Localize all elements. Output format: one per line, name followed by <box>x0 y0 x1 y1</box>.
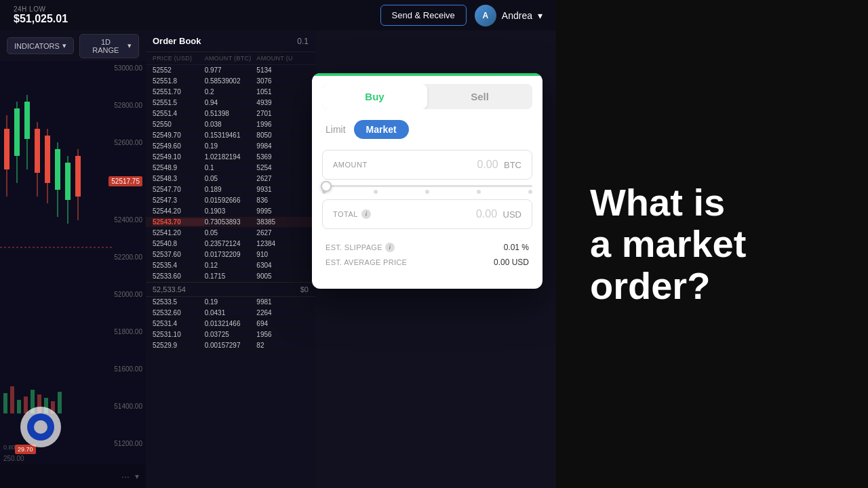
order-form-modal: Buy Sell Limit Market AMOUNT 0.00 BTC <box>312 73 542 289</box>
price-label: 51600.00 <box>108 365 142 373</box>
user-menu-button[interactable]: A Andrea ▾ <box>475 5 542 26</box>
chevron-down-icon: ▾ <box>62 41 66 50</box>
order-row: 52549.600.199984 <box>146 141 315 152</box>
price-label: 52000.00 <box>108 291 142 298</box>
total-value: 0.00 <box>476 208 497 220</box>
order-row: 52532.600.04312264 <box>146 308 315 319</box>
price-label: 51800.00 <box>108 328 142 336</box>
slider-dot <box>374 190 378 194</box>
chevron-down-icon: ▾ <box>127 41 132 50</box>
price-labels: 53000.00 52800.00 52600.00 52517.75 5240… <box>108 61 142 488</box>
slider-dot <box>425 190 429 194</box>
col-header-amount: AMOUNT (BTC) <box>205 55 257 62</box>
est-avg-price-row: EST. AVERAGE PRICE 0.00 USD <box>326 255 529 270</box>
order-row: 525500.0381996 <box>146 119 315 130</box>
chart-area: 53000.00 52800.00 52600.00 52517.75 5240… <box>0 61 146 488</box>
watermark-circle <box>20 407 61 447</box>
est-info: EST. SLIPPAGE i 0.01 % EST. AVERAGE PRIC… <box>312 235 542 275</box>
order-row: 52547.30.01592666836 <box>146 195 315 206</box>
order-row: 52551.40.513982701 <box>146 108 315 119</box>
order-row: 52551.50.944939 <box>146 98 315 108</box>
price-label: 52200.00 <box>108 253 142 261</box>
hero-line-3: order? <box>590 265 746 307</box>
order-row: 52535.40.126304 <box>146 260 315 271</box>
amount-label: AMOUNT <box>333 161 368 169</box>
chart-toolbar: INDICATORS ▾ 1D RANGE ▾ <box>0 30 146 61</box>
amount-value: 0.00 <box>477 159 498 170</box>
avatar: A <box>475 5 496 26</box>
order-row: 52551.80.585390023076 <box>146 76 315 87</box>
amount-slider[interactable] <box>322 185 532 194</box>
more-icon[interactable]: ··· <box>121 471 130 482</box>
hero-text: What is a market order? <box>590 182 746 307</box>
top-bar: 24H LOW $51,025.01 Send & Receive A Andr… <box>0 0 556 30</box>
order-row: 52548.90.15254 <box>146 163 315 174</box>
limit-option[interactable]: Limit <box>326 124 346 135</box>
est-slippage-value: 0.01 % <box>504 243 529 252</box>
user-name: Andrea <box>502 10 532 21</box>
buy-sell-tabs: Buy Sell <box>322 84 532 109</box>
order-book-spread: 0.1 <box>297 37 309 46</box>
order-row: 52548.30.052627 <box>146 174 315 184</box>
coinbase-watermark <box>20 407 61 447</box>
col-header-total: AMOUNT (U <box>256 55 309 62</box>
order-row: 52551.700.21051 <box>146 87 315 98</box>
order-book: Order Book 0.1 PRICE (USD) AMOUNT (BTC) … <box>146 30 315 488</box>
order-row: 52531.100.037251956 <box>146 329 315 340</box>
svg-rect-7 <box>35 129 40 173</box>
range-button[interactable]: 1D RANGE ▾ <box>79 34 139 58</box>
col-header-price: PRICE (USD) <box>153 55 205 62</box>
price-label: 51200.00 <box>108 440 142 447</box>
send-receive-button[interactable]: Send & Receive <box>380 5 467 26</box>
order-row: 525520.9775134 <box>146 65 315 76</box>
24h-low-section: 24H LOW $51,025.01 <box>14 5 68 25</box>
slippage-info-icon: i <box>385 243 395 252</box>
svg-rect-1 <box>4 129 9 169</box>
price-label: 53000.00 <box>108 64 142 72</box>
svg-rect-18 <box>10 386 14 413</box>
order-row: 52533.50.199981 <box>146 297 315 308</box>
amount-currency: BTC <box>504 160 521 170</box>
order-row: 52543.700.7305389338385 <box>146 217 315 228</box>
order-row: 52533.600.17159005 <box>146 271 315 282</box>
order-book-divider: 52,533.54 $0 <box>146 282 315 297</box>
order-row: 52529.90.0015729782 <box>146 340 315 351</box>
svg-rect-11 <box>55 149 60 190</box>
slider-dot <box>528 190 532 194</box>
svg-rect-9 <box>45 136 50 183</box>
amount-section: AMOUNT 0.00 BTC <box>322 150 532 180</box>
amount-value-group: 0.00 BTC <box>477 159 521 171</box>
market-button[interactable]: Market <box>354 120 409 139</box>
order-type-row: Limit Market <box>312 109 542 144</box>
buy-tab[interactable]: Buy <box>322 84 427 109</box>
price-label: 51400.00 <box>108 403 142 410</box>
watermark-inner <box>27 413 54 441</box>
order-row: 52544.200.19039995 <box>146 206 315 217</box>
bottom-controls: ··· ▾ <box>0 464 146 488</box>
slider-thumb[interactable] <box>321 181 332 192</box>
total-value-group: 0.00 USD <box>476 208 521 220</box>
trading-panel: 24H LOW $51,025.01 Send & Receive A Andr… <box>0 0 556 488</box>
svg-rect-15 <box>75 156 81 197</box>
indicators-button[interactable]: INDICATORS ▾ <box>7 37 74 54</box>
est-slippage-label: EST. SLIPPAGE i <box>326 243 395 252</box>
chevron-down-icon[interactable]: ▾ <box>135 472 139 481</box>
total-info-icon: i <box>361 209 371 219</box>
order-book-columns: PRICE (USD) AMOUNT (BTC) AMOUNT (U <box>146 52 315 65</box>
svg-rect-13 <box>65 163 71 200</box>
order-row: 52549.700.153194618050 <box>146 130 315 141</box>
price-tag: 52517.75 <box>108 176 142 186</box>
price-label: 52800.00 <box>108 102 142 109</box>
slider-dot <box>477 190 481 194</box>
est-avg-price-value: 0.00 USD <box>494 258 529 267</box>
svg-rect-3 <box>14 108 20 156</box>
order-book-title: Order Book <box>153 36 201 46</box>
order-book-header: Order Book 0.1 <box>146 30 315 52</box>
total-label: TOTAL <box>333 210 358 218</box>
sell-tab[interactable]: Sell <box>427 84 532 109</box>
price-label: 52600.00 <box>108 139 142 146</box>
order-rows-container: 525520.9775134 52551.80.585390023076 525… <box>146 65 315 351</box>
price-label: 52400.00 <box>108 216 142 224</box>
order-row: 52549.101.021821945369 <box>146 152 315 163</box>
range-label: 1D RANGE <box>87 38 125 54</box>
